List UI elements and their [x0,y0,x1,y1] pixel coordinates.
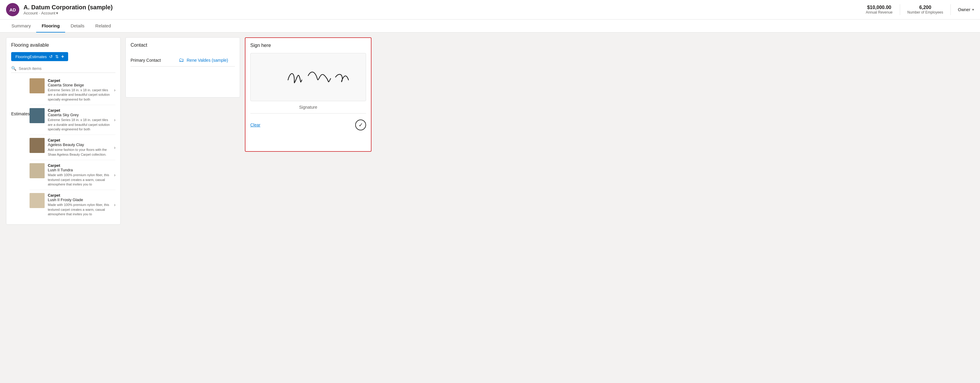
employees-stat: 6,200 Number of Employees [907,5,943,14]
tab-details[interactable]: Details [65,20,90,33]
product-thumbnail [30,78,45,93]
flooring-panel-title: Flooring available [11,43,116,48]
header-title-group: A. Datum Corporation (sample) Account · … [24,4,113,15]
contact-icon: 🗂 [179,57,184,63]
product-info: CarpetLush II TundraMade with 100% premi… [48,163,111,187]
product-thumbnail [30,193,45,208]
breadcrumb-subtype[interactable]: Account ▾ [41,11,58,15]
list-item[interactable]: CarpetCaserta Stone BeigeExtreme Series … [30,75,116,105]
product-name: Caserta Sky Grey [48,112,111,117]
search-input[interactable] [19,66,116,71]
signature-svg [251,53,366,101]
product-name: Caserta Stone Beige [48,83,111,87]
product-name: Lush II Frosty Glade [48,198,111,202]
product-name: Ageless Beauty Clay [48,142,111,147]
product-info: CarpetCaserta Stone BeigeExtreme Series … [48,78,111,102]
owner-label: Owner [958,7,970,12]
product-arrow-icon: › [114,145,116,150]
product-thumbnail [30,138,45,153]
product-category: Carpet [48,193,111,198]
product-thumbnail [30,108,45,123]
product-info: CarpetCaserta Sky GreyExtreme Series 18 … [48,108,111,131]
product-name: Lush II Tundra [48,168,111,172]
product-category: Carpet [48,108,111,112]
contact-panel-title: Contact [130,43,235,48]
product-category: Carpet [48,78,111,83]
breadcrumb-separator: · [39,11,40,15]
contact-row: Primary Contact 🗂 Rene Valdes (sample) [130,54,235,66]
page-title: A. Datum Corporation (sample) [24,4,113,11]
search-container: 🔍 [11,64,116,73]
signature-label: Signature [250,105,366,109]
sign-divider [250,113,366,114]
refresh-icon: ↺ [49,54,53,59]
product-description: Made with 100% premium nylon fiber, this… [48,173,111,187]
header: AD A. Datum Corporation (sample) Account… [0,0,980,20]
product-thumbnail [30,163,45,178]
nav-tabs: Summary Flooring Details Related [0,20,980,33]
primary-contact-label: Primary Contact [130,58,173,63]
product-list: CarpetCaserta Stone BeigeExtreme Series … [30,75,116,220]
sign-actions: Clear ✓ [250,117,366,133]
breadcrumb: Account · Account ▾ [24,11,113,15]
list-item[interactable]: CarpetAgeless Beauty ClayAdd some fashio… [30,135,116,160]
product-description: Add some fashion to your floors with the… [48,147,111,157]
owner-chevron-icon: ▾ [972,8,974,12]
product-arrow-icon: › [114,203,116,207]
header-divider-1 [900,4,900,15]
estimates-side: Estimates [11,75,30,116]
signature-area[interactable] [250,53,366,101]
header-divider-2 [950,4,951,15]
list-item[interactable]: CarpetLush II Frosty GladeMade with 100%… [30,190,116,220]
primary-contact-name[interactable]: Rene Valdes (sample) [187,58,228,63]
tab-related[interactable]: Related [90,20,116,33]
list-item[interactable]: CarpetLush II TundraMade with 100% premi… [30,160,116,190]
product-description: Made with 100% premium nylon fiber, this… [48,203,111,217]
product-info: CarpetAgeless Beauty ClayAdd some fashio… [48,138,111,157]
search-icon: 🔍 [11,66,16,71]
breadcrumb-type[interactable]: Account [24,11,38,15]
main-content: Flooring available FlooringEstimates ↺ ⇅… [0,33,980,379]
checkmark-icon: ✓ [358,122,363,128]
product-description: Extreme Series 18 in. x 18 in. carpet ti… [48,88,111,102]
annual-revenue-stat: $10,000.00 Annual Revenue [866,5,892,14]
sort-icon: ⇅ [55,54,59,59]
owner-section[interactable]: Owner ▾ [958,7,974,12]
annual-revenue-value: $10,000.00 [866,5,892,10]
header-left: AD A. Datum Corporation (sample) Account… [6,3,113,16]
add-icon: + [61,54,64,59]
product-category: Carpet [48,138,111,142]
sign-panel-title: Sign here [250,43,366,48]
product-category: Carpet [48,163,111,168]
product-arrow-icon: › [114,88,116,92]
employees-value: 6,200 [907,5,943,10]
product-description: Extreme Series 18 in. x 18 in. carpet ti… [48,118,111,131]
contact-panel: Contact Primary Contact 🗂 Rene Valdes (s… [126,37,240,98]
annual-revenue-label: Annual Revenue [866,10,892,14]
product-info: CarpetLush II Frosty GladeMade with 100%… [48,193,111,217]
account-chevron-icon: ▾ [56,11,58,15]
estimates-label: Estimates [11,111,30,116]
confirm-button[interactable]: ✓ [355,120,366,130]
flooring-panel: Flooring available FlooringEstimates ↺ ⇅… [6,37,121,225]
header-right: $10,000.00 Annual Revenue 6,200 Number o… [866,4,974,15]
tab-summary[interactable]: Summary [6,20,36,33]
employees-label: Number of Employees [907,10,943,14]
flooring-estimates-label: FlooringEstimates [15,54,47,59]
flooring-estimates-tab[interactable]: FlooringEstimates ↺ ⇅ + [11,52,68,61]
primary-contact-value[interactable]: 🗂 Rene Valdes (sample) [179,57,228,63]
product-arrow-icon: › [114,173,116,177]
tab-flooring[interactable]: Flooring [36,20,65,33]
clear-button[interactable]: Clear [250,123,260,127]
sign-panel: Sign here Signature Clear ✓ [245,37,372,152]
list-item[interactable]: CarpetCaserta Sky GreyExtreme Series 18 … [30,105,116,135]
product-arrow-icon: › [114,117,116,122]
avatar: AD [6,3,19,16]
